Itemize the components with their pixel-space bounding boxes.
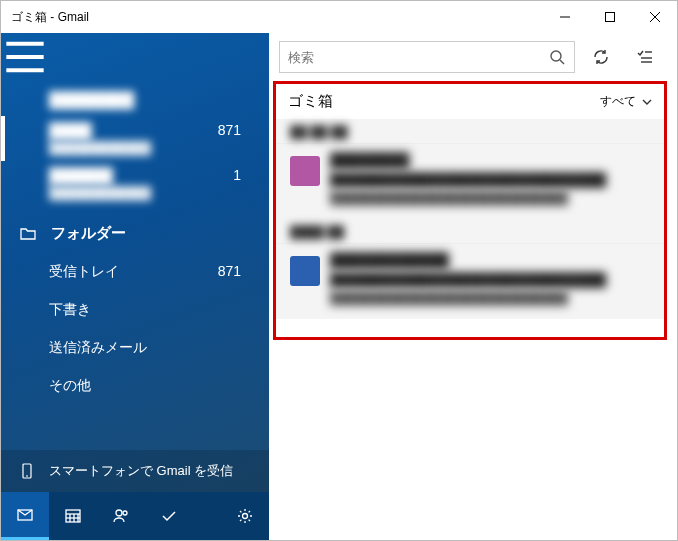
main-pane: ゴミ箱 すべて ██ ██ ██ ████████ ██████████████…	[269, 33, 677, 540]
list-header: ゴミ箱 すべて	[276, 84, 664, 119]
message-item[interactable]: ████████████ ███████████████████████████…	[276, 243, 664, 319]
avatar	[290, 256, 320, 286]
folder-sent[interactable]: 送信済みメール	[1, 329, 269, 367]
svg-point-17	[123, 511, 127, 515]
window-title: ゴミ箱 - Gmail	[1, 9, 542, 26]
calendar-button[interactable]	[49, 492, 97, 540]
svg-point-19	[551, 51, 561, 61]
search-box[interactable]	[279, 41, 575, 73]
account-item[interactable]: ██████ ████████████ 1	[1, 161, 269, 206]
bottombar	[1, 492, 269, 540]
list-title: ゴミ箱	[288, 92, 333, 111]
filter-dropdown[interactable]: すべて	[600, 93, 652, 110]
account-item[interactable]: ████████	[1, 85, 269, 116]
folders-header[interactable]: フォルダー	[1, 212, 269, 253]
account-list: ████████ ████ ████████████ 871 ██████ ██…	[1, 81, 269, 212]
search-icon[interactable]	[548, 48, 566, 66]
select-mode-button[interactable]	[627, 39, 663, 75]
date-header: ████ ██	[276, 219, 664, 243]
folder-icon	[19, 225, 37, 243]
titlebar: ゴミ箱 - Gmail	[1, 1, 677, 33]
chevron-down-icon	[642, 97, 652, 107]
folder-inbox[interactable]: 受信トレイ871	[1, 253, 269, 291]
minimize-button[interactable]	[542, 1, 587, 33]
folder-more[interactable]: その他	[1, 367, 269, 405]
toolbar	[269, 33, 677, 81]
account-item-selected[interactable]: ████ ████████████ 871	[1, 116, 269, 161]
hamburger-button[interactable]	[1, 33, 49, 81]
todo-button[interactable]	[145, 492, 193, 540]
mail-button[interactable]	[1, 492, 49, 540]
promo-banner[interactable]: スマートフォンで Gmail を受信	[1, 450, 269, 492]
people-button[interactable]	[97, 492, 145, 540]
svg-line-20	[560, 60, 564, 64]
search-input[interactable]	[288, 50, 548, 65]
svg-rect-1	[605, 13, 614, 22]
avatar	[290, 156, 320, 186]
maximize-button[interactable]	[587, 1, 632, 33]
svg-point-18	[243, 514, 248, 519]
sidebar: ████████ ████ ████████████ 871 ██████ ██…	[1, 33, 269, 540]
settings-button[interactable]	[221, 492, 269, 540]
date-header: ██ ██ ██	[276, 119, 664, 143]
folder-drafts[interactable]: 下書き	[1, 291, 269, 329]
close-button[interactable]	[632, 1, 677, 33]
message-list-highlight: ゴミ箱 すべて ██ ██ ██ ████████ ██████████████…	[273, 81, 667, 340]
phone-icon	[19, 463, 35, 479]
message-item[interactable]: ████████ ██████████████████████████████ …	[276, 143, 664, 219]
refresh-button[interactable]	[583, 39, 619, 75]
svg-point-16	[116, 510, 122, 516]
